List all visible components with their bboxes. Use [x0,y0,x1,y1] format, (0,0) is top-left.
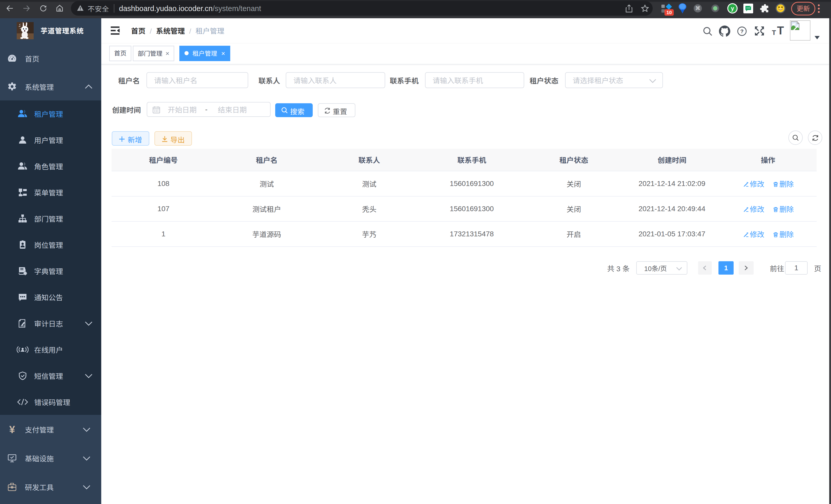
svg-text:y: y [731,5,734,11]
svg-text:⌘: ⌘ [695,5,700,11]
svg-text:?: ? [740,28,744,34]
